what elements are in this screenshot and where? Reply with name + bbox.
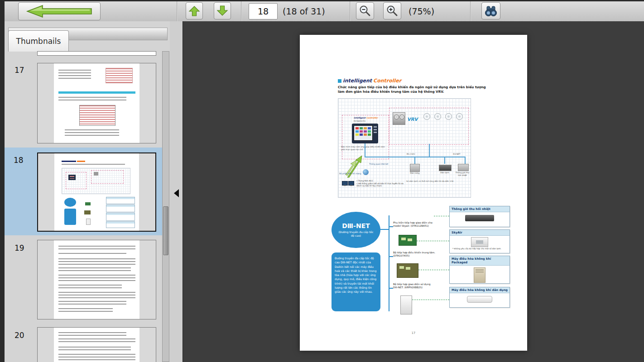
- diii-net-paragraph: Đường truyền đa cấp tốc độ cao DIII-NET …: [332, 252, 380, 311]
- pcb-image-central: [397, 263, 418, 278]
- zoom-out-icon: [359, 5, 371, 17]
- hub-label: Bộ phận kết nối mạng: [339, 172, 365, 175]
- page-count-label: (18 of 31): [283, 1, 325, 21]
- pdf-page: intelligent Controller Chức năng giao ti…: [300, 35, 527, 351]
- adapter-label-2: Bộ tiếp hợp điều khiển trung tâm. (DTA10…: [393, 251, 436, 257]
- hrv-mini-image: [458, 164, 469, 171]
- thumbnail-page-19[interactable]: [37, 240, 156, 319]
- fan-coil-icon: [456, 113, 463, 120]
- sidebar-resize-gutter[interactable]: [170, 21, 183, 362]
- toolbar-separator: [350, 1, 351, 21]
- up-arrow-icon: [188, 5, 200, 17]
- system-diagram: intelligent Controller DCS601C51 Màn hìn…: [338, 98, 471, 198]
- indoor-unit-caption: Dàn lạnh: [436, 171, 453, 174]
- rs232c-label: RS-232C: [406, 153, 416, 156]
- product-box-hrv: Thông gió thu hồi nhiệt: [449, 206, 510, 227]
- internet-label: Thông qua internet: [369, 163, 393, 166]
- hrv-product-image: [465, 215, 494, 221]
- page-number-label: 18: [14, 156, 24, 165]
- d3net-label: D3-NET: [452, 153, 461, 156]
- thumbnail-page-16-partial[interactable]: [37, 51, 156, 56]
- hrv-mini-caption: Thông gió thu hồi nhiệt: [454, 171, 471, 176]
- zoom-out-button[interactable]: [356, 2, 374, 19]
- interface-adapter-image: [400, 295, 412, 314]
- indoor-unit-image: [439, 165, 452, 171]
- page-number-input[interactable]: [249, 3, 278, 19]
- product-title: Máy điều hòa không khí Packaged: [450, 256, 509, 266]
- fan-coil-icon: [423, 113, 430, 120]
- page-down-button[interactable]: [214, 2, 231, 19]
- controller-model-label: DCS601C51: [354, 120, 365, 123]
- toolbar-separator: [177, 1, 178, 21]
- computer-icon: [348, 181, 354, 186]
- zoom-level-label: (75%): [409, 1, 434, 21]
- back-button[interactable]: [18, 2, 101, 20]
- diii-net-subtitle: (Đường truyền đa cấp tốc độ cao): [337, 230, 375, 238]
- tab-thumbnails[interactable]: Thumbnails: [8, 30, 69, 52]
- skyair-note: * Không yêu cầu bộ tiếp hợp cho một số d…: [452, 248, 507, 250]
- page-up-button[interactable]: [186, 2, 203, 19]
- brand-text-1: intelligent: [343, 78, 372, 84]
- outdoor-unit-caption: Dàn nóng: [407, 172, 423, 175]
- controller-caption: Màn hình màu cảm ứng giúp điều khiển đơn…: [341, 146, 387, 151]
- zoom-in-icon: [386, 5, 398, 17]
- binoculars-icon: [484, 5, 498, 17]
- toolbar-separator: [470, 1, 471, 21]
- sidebar-scrollbar[interactable]: [162, 51, 169, 362]
- product-title: SkyAir: [450, 230, 509, 236]
- pcb-image-skyair: [399, 235, 417, 246]
- vrv-unit-image: [393, 112, 405, 125]
- acc-caption: • Trung tâm ACC • Hệ thống giám sát và b…: [356, 180, 404, 187]
- controller-brand-label: intelligent: [354, 117, 365, 119]
- outdoor-unit-image: [410, 164, 420, 172]
- brand-text-2: Controller: [373, 78, 401, 84]
- toolbar-separator: [241, 1, 242, 21]
- computer-icon: [342, 181, 348, 186]
- pdf-viewer-window: (18 of 31) (75%): [0, 0, 644, 362]
- controller-image: [352, 124, 378, 143]
- vrv-label: VRV: [407, 117, 418, 122]
- thumbnails-sidebar: Thumbnails 17 18: [5, 21, 170, 362]
- brand-logo: intelligent Controller: [338, 78, 401, 84]
- search-button[interactable]: [481, 2, 500, 19]
- product-title: Thông gió thu hồi nhiệt: [450, 206, 509, 212]
- fan-coil-icon: [445, 113, 452, 120]
- wall-unit-product-image: [467, 296, 492, 303]
- intro-text: Chức năng giao tiếp của bộ điều khiển đa…: [338, 85, 494, 95]
- page-number-label: 19: [14, 243, 24, 252]
- fan-coil-icon: [434, 113, 441, 120]
- product-box-residential: Máy điều hòa không khí dân dụng: [449, 287, 510, 308]
- sidebar-collapse-handle[interactable]: [174, 189, 179, 197]
- page-footer: 17: [300, 331, 527, 335]
- page-number-label: 17: [14, 66, 24, 75]
- diii-net-circle: DⅢ-NET (Đường truyền đa cấp tốc độ cao): [332, 212, 380, 248]
- adapter-label-3: Bộ tiếp hợp giao diện sử dụng DIII-NET. …: [393, 283, 436, 289]
- brand-square-icon: [338, 79, 341, 83]
- adapter-label-1: Phụ kiện tiếp hợp giao diện cho model Sk…: [393, 221, 436, 228]
- scrollbar-thumb[interactable]: [163, 206, 168, 255]
- packaged-product-image: [474, 267, 485, 283]
- page-number-label: 20: [14, 331, 24, 340]
- diagram-note: Số dàn lạnh có thể mở rộng đến tối đa đế…: [406, 180, 468, 183]
- product-title: Máy điều hòa không khí dân dụng: [450, 287, 509, 293]
- thumbnail-page-18[interactable]: [37, 152, 156, 232]
- down-arrow-icon: [216, 5, 228, 17]
- diii-net-name: DⅢ-NET: [342, 222, 370, 229]
- zoom-in-button[interactable]: [383, 2, 401, 19]
- document-view[interactable]: intelligent Controller Chức năng giao ti…: [183, 21, 644, 362]
- toolbar: (18 of 31) (75%): [5, 1, 644, 22]
- product-box-packaged: Máy điều hòa không khí Packaged: [449, 256, 510, 284]
- cassette-product-image: [471, 237, 488, 247]
- product-box-skyair: SkyAir * Không yêu cầu bộ tiếp hợp cho m…: [449, 229, 510, 253]
- thumbnail-page-17[interactable]: [37, 63, 156, 143]
- thumbnail-page-20[interactable]: [37, 327, 156, 362]
- back-arrow-icon: [25, 5, 93, 18]
